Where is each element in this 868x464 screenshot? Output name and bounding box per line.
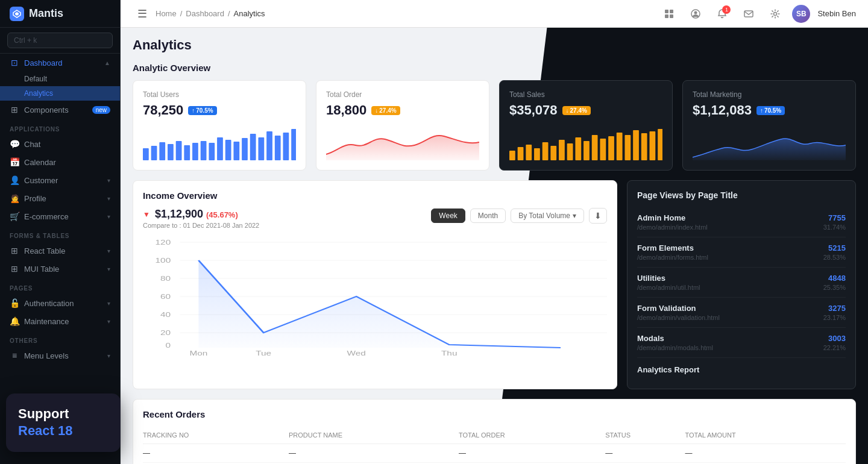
total-sales-value: $35,078 ↓ 27.4% — [509, 102, 662, 118]
page-content: Analytics Analytic Overview Total Users … — [121, 28, 868, 464]
svg-rect-21 — [250, 134, 256, 160]
svg-rect-44 — [650, 131, 656, 160]
table-row: — — — — — — [143, 444, 846, 463]
svg-rect-26 — [291, 129, 296, 160]
income-value-row: ▼ $1,12,900 (45.67%) — [143, 208, 259, 221]
sidebar-logo: Mantis — [0, 0, 120, 28]
income-controls: Week Month By Total Volume ▾ ⬇ — [431, 208, 607, 224]
chevron-up-icon: ▲ — [104, 60, 110, 66]
total-sales-chart — [509, 124, 662, 160]
sidebar-item-ecommerce[interactable]: 🛒 E-commerce ▾ — [0, 207, 120, 225]
customer-label: Customer — [24, 176, 102, 185]
menu-toggle-button[interactable]: ☰ — [133, 4, 152, 24]
mui-table-label: MUI Table — [24, 265, 102, 274]
svg-rect-11 — [168, 144, 174, 160]
search-input[interactable] — [7, 33, 113, 48]
col-status: STATUS — [605, 427, 685, 444]
svg-rect-10 — [159, 142, 165, 160]
page-view-item-4: Form Validation 3275 /demo/admin/validat… — [637, 298, 846, 328]
sidebar-item-analytics[interactable]: Analytics — [0, 86, 120, 101]
svg-text:Tue: Tue — [256, 350, 271, 357]
analytics-report-title: Analytics Report — [637, 365, 846, 374]
volume-dropdown[interactable]: By Total Volume ▾ — [511, 208, 584, 223]
total-users-value: 78,250 ↑ 70.5% — [143, 102, 296, 118]
status-cell: — — [605, 444, 685, 463]
sidebar-item-profile[interactable]: 🙍 Profile ▾ — [0, 189, 120, 207]
breadcrumb-home[interactable]: Home — [156, 9, 177, 18]
sidebar-item-customer[interactable]: 👤 Customer ▾ — [0, 171, 120, 189]
page-views-title: Page Views by Page Title — [637, 190, 846, 200]
chevron-down-icon-6: ▾ — [107, 300, 110, 307]
support-popup[interactable]: Support React 18 — [6, 393, 121, 452]
sidebar-item-chat[interactable]: 💬 Chat — [0, 135, 120, 153]
mail-button[interactable] — [739, 4, 758, 24]
sidebar-item-dashboard[interactable]: ⊡ Dashboard ▲ — [0, 54, 120, 72]
page-title: Analytics — [133, 37, 856, 53]
profile-label: Profile — [24, 194, 102, 203]
total-users-title: Total Users — [143, 90, 296, 99]
col-tracking: TRACKING NO — [143, 427, 289, 444]
page-views-card: Page Views by Page Title Admin Home 7755… — [627, 180, 856, 389]
auth-icon: 🔓 — [10, 298, 19, 308]
chevron-down-icon-5: ▾ — [107, 266, 110, 272]
ecommerce-icon: 🛒 — [10, 212, 19, 221]
sidebar-item-authentication[interactable]: 🔓 Authentication ▾ — [0, 294, 120, 312]
chevron-down-icon-8: ▾ — [107, 353, 110, 359]
col-product: PRODUCT NAME — [289, 427, 459, 444]
svg-text:60: 60 — [160, 293, 171, 301]
notifications-button[interactable]: 1 — [712, 4, 732, 24]
svg-rect-41 — [624, 135, 631, 160]
svg-text:100: 100 — [156, 257, 171, 265]
analytics-cards: Total Users 78,250 ↑ 70.5% — [133, 80, 856, 171]
download-button[interactable]: ⬇ — [589, 208, 607, 224]
svg-rect-40 — [617, 133, 623, 160]
avatar[interactable]: SB — [792, 5, 810, 23]
svg-rect-17 — [217, 137, 223, 160]
total-sales-title: Total Sales — [509, 90, 662, 99]
svg-rect-18 — [225, 140, 231, 160]
breadcrumb-dashboard[interactable]: Dashboard — [186, 9, 224, 18]
settings-button[interactable] — [766, 4, 785, 24]
maintenance-icon: 🔔 — [10, 316, 19, 326]
sidebar-item-react-table[interactable]: ⊞ React Table ▾ — [0, 242, 120, 260]
analytics-report-section: Analytics Report — [637, 365, 846, 374]
sidebar-item-maintenance[interactable]: 🔔 Maintenance ▾ — [0, 312, 120, 330]
sidebar-item-menu-levels[interactable]: ≡ Menu Levels ▾ — [0, 346, 120, 365]
week-button[interactable]: Week — [431, 208, 465, 223]
total-marketing-card: Total Marketing $1,12,083 ↑ 70.5% — [682, 80, 856, 171]
sidebar-item-components[interactable]: ⊞ Components new — [0, 101, 120, 119]
income-overview-card: Income Overview ▼ $1,12,900 (45.67%) Com… — [133, 180, 617, 389]
customer-icon: 👤 — [10, 175, 19, 185]
svg-rect-36 — [583, 141, 590, 160]
sidebar-item-default[interactable]: Default — [0, 72, 120, 86]
page-view-item-5: Modals 3003 /demo/admin/modals.html 22.2… — [637, 328, 846, 358]
chevron-down-icon-3: ▾ — [107, 213, 110, 220]
page-view-item-1: Admin Home 7755 /demo/admin/index.html 3… — [637, 207, 846, 237]
profile-icon: 🙍 — [10, 193, 19, 203]
total-marketing-badge: ↑ 70.5% — [756, 106, 785, 115]
sidebar-item-calendar[interactable]: 📅 Calendar — [0, 153, 120, 171]
svg-text:0: 0 — [166, 342, 171, 350]
product-cell: — — [289, 444, 459, 463]
sidebar-item-mui-table[interactable]: ⊞ MUI Table ▾ — [0, 260, 120, 278]
total-marketing-chart — [693, 124, 846, 160]
header-icons: 1 SB Stebin Ben — [659, 4, 856, 24]
month-button[interactable]: Month — [470, 208, 506, 223]
recent-orders-title: Recent Orders — [143, 409, 846, 419]
svg-rect-8 — [143, 148, 149, 160]
total-sales-card: Total Sales $35,078 ↓ 27.4% — [499, 80, 673, 171]
calendar-icon: 📅 — [10, 157, 19, 167]
income-compare: Compare to : 01 Dec 2021-08 Jan 2022 — [143, 222, 259, 229]
total-order-badge: ↓ 27.4% — [371, 106, 400, 115]
svg-point-5 — [694, 11, 697, 14]
user-circle-button[interactable] — [686, 4, 705, 24]
svg-rect-0 — [665, 10, 668, 13]
app-name: Mantis — [29, 7, 63, 20]
total-users-chart — [143, 124, 296, 160]
income-header: ▼ $1,12,900 (45.67%) Compare to : 01 Dec… — [143, 208, 607, 229]
grid-icon-button[interactable] — [659, 4, 679, 24]
breadcrumb-separator-1: / — [180, 9, 183, 18]
svg-rect-28 — [518, 147, 524, 160]
svg-rect-3 — [670, 14, 673, 18]
page-view-item-2: Form Elements 5215 /demo/admin/forms.htm… — [637, 237, 846, 268]
